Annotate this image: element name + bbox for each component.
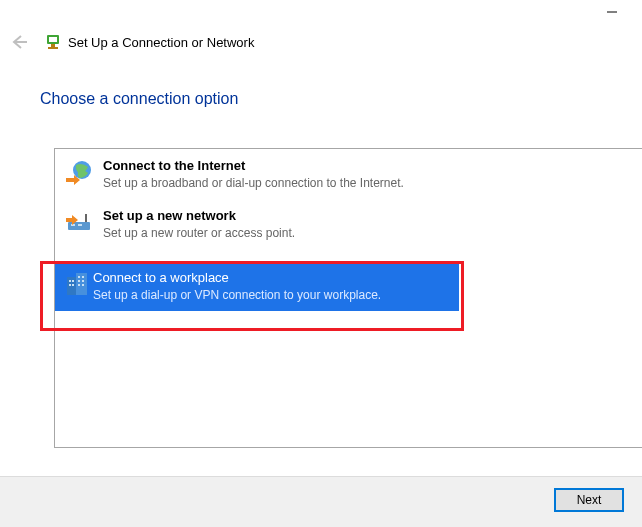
connection-options-list: Connect to the Internet Set up a broadba… bbox=[54, 148, 642, 448]
svg-rect-19 bbox=[78, 280, 80, 282]
back-arrow-icon[interactable] bbox=[6, 29, 32, 55]
svg-rect-22 bbox=[82, 284, 84, 286]
svg-rect-4 bbox=[51, 44, 55, 47]
svg-rect-9 bbox=[78, 224, 82, 226]
router-icon bbox=[63, 207, 95, 239]
option-title: Set up a new network bbox=[103, 207, 295, 225]
svg-rect-5 bbox=[48, 47, 58, 49]
svg-rect-17 bbox=[78, 276, 80, 278]
option-desc: Set up a dial-up or VPN connection to yo… bbox=[93, 287, 381, 303]
titlebar bbox=[0, 0, 642, 24]
svg-rect-13 bbox=[69, 280, 71, 282]
network-wizard-icon bbox=[44, 33, 62, 51]
svg-rect-12 bbox=[76, 273, 87, 295]
option-new-network[interactable]: Set up a new network Set up a new router… bbox=[55, 199, 642, 249]
page-heading: Choose a connection option bbox=[40, 90, 642, 108]
option-title: Connect to a workplace bbox=[93, 269, 381, 287]
globe-icon bbox=[63, 157, 95, 189]
minimize-button[interactable] bbox=[594, 0, 630, 24]
option-connect-workplace[interactable]: Connect to a workplace Set up a dial-up … bbox=[55, 261, 459, 311]
svg-rect-11 bbox=[67, 277, 76, 295]
next-button[interactable]: Next bbox=[554, 488, 624, 512]
wizard-footer: Next bbox=[0, 476, 642, 527]
svg-rect-21 bbox=[78, 284, 80, 286]
buildings-icon bbox=[63, 269, 93, 303]
svg-rect-15 bbox=[69, 284, 71, 286]
option-connect-internet[interactable]: Connect to the Internet Set up a broadba… bbox=[55, 149, 642, 199]
wizard-title: Set Up a Connection or Network bbox=[68, 35, 254, 50]
wizard-header: Set Up a Connection or Network bbox=[0, 24, 642, 60]
svg-rect-18 bbox=[82, 276, 84, 278]
option-desc: Set up a new router or access point. bbox=[103, 225, 295, 241]
svg-rect-16 bbox=[72, 284, 74, 286]
svg-rect-8 bbox=[71, 224, 75, 226]
svg-rect-3 bbox=[49, 37, 57, 42]
svg-rect-20 bbox=[82, 280, 84, 282]
option-title: Connect to the Internet bbox=[103, 157, 404, 175]
svg-rect-14 bbox=[72, 280, 74, 282]
option-desc: Set up a broadband or dial-up connection… bbox=[103, 175, 404, 191]
